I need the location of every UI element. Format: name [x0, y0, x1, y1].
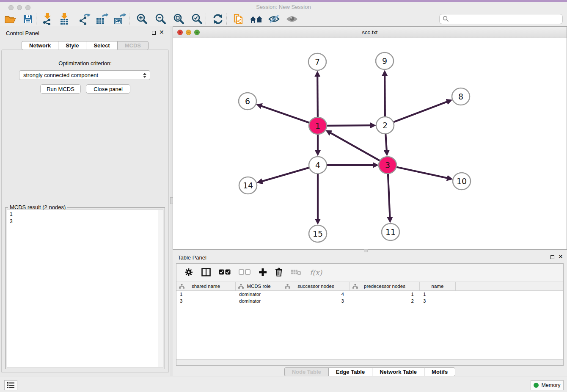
tab-network-table[interactable]: Network Table	[372, 367, 424, 376]
application-window: Session: New Session	[0, 0, 567, 392]
tab-network[interactable]: Network	[22, 41, 58, 50]
add-column-icon[interactable]	[259, 268, 267, 278]
column-header-MCDS-role[interactable]: MCDS role	[236, 282, 282, 290]
cell-predecessor-nodes[interactable]: 2	[350, 298, 420, 304]
table-settings-icon[interactable]	[184, 268, 193, 278]
cell-shared-name[interactable]: 3	[176, 298, 236, 304]
node-2[interactable]: 2	[376, 117, 394, 134]
toolbar-separator	[36, 14, 36, 25]
table-row[interactable]: 3dominator323	[176, 298, 563, 304]
deselect-all-icon[interactable]	[239, 269, 250, 276]
cell-name[interactable]: 1	[420, 291, 456, 298]
export-image-icon[interactable]	[113, 13, 126, 25]
column-header-shared-name[interactable]: shared name	[176, 282, 236, 290]
run-mcds-button[interactable]: Run MCDS	[40, 84, 81, 94]
table-hscrollbar[interactable]	[176, 359, 563, 365]
network-graph[interactable]: 7968124314101511	[173, 38, 567, 249]
export-network-icon[interactable]	[79, 13, 91, 25]
tab-mcds[interactable]: MCDS	[117, 41, 149, 50]
result-scrollbar[interactable]	[158, 210, 163, 367]
table-row[interactable]: 1dominator411	[176, 291, 563, 298]
cell-successor-nodes[interactable]: 4	[282, 291, 350, 298]
column-header-successor-nodes[interactable]: successor nodes	[282, 282, 350, 290]
node-4[interactable]: 4	[309, 157, 327, 174]
cell-MCDS-role[interactable]: dominator	[236, 298, 282, 304]
node-10[interactable]: 10	[453, 173, 471, 190]
node-11[interactable]: 11	[382, 224, 399, 240]
edge-3-11[interactable]	[388, 174, 390, 218]
toolbar-separator	[206, 14, 206, 25]
search-icon	[443, 16, 449, 22]
network-window-titlebar[interactable]: ✕ − + scc.txt	[173, 27, 567, 38]
zoom-fit-icon[interactable]	[173, 13, 184, 25]
select-all-icon[interactable]	[219, 269, 231, 276]
node-9[interactable]: 9	[376, 52, 394, 69]
tab-node-table[interactable]: Node Table	[284, 367, 328, 376]
horizontal-splitter-grip[interactable]	[364, 249, 368, 252]
zoom-selected-icon[interactable]	[191, 13, 203, 25]
edge-2-8[interactable]	[394, 102, 448, 122]
mcds-result-text[interactable]: 13	[7, 210, 163, 367]
criterion-value: strongly connected component	[23, 72, 98, 78]
edge-4-14[interactable]	[262, 168, 309, 182]
copy-view-icon[interactable]	[233, 13, 244, 25]
network-window-title: scc.txt	[173, 29, 567, 36]
cell-shared-name[interactable]: 1	[176, 291, 236, 298]
first-neighbors-icon[interactable]	[249, 13, 263, 25]
edge-1-7[interactable]	[317, 76, 318, 117]
delete-column-icon[interactable]	[275, 268, 283, 278]
refresh-icon[interactable]	[212, 13, 223, 25]
tab-motifs[interactable]: Motifs	[424, 367, 455, 376]
table-header-row: shared nameMCDS rolesuccessor nodesprede…	[176, 282, 563, 291]
main-toolbar	[0, 12, 567, 26]
node-6[interactable]: 6	[239, 93, 256, 110]
column-header-name[interactable]: name	[420, 282, 456, 290]
delete-table-icon[interactable]	[291, 269, 302, 277]
function-builder-icon[interactable]: f(x)	[310, 268, 322, 277]
edge-1-2[interactable]	[327, 125, 371, 126]
column-group-icon	[285, 284, 290, 290]
close-panel-button[interactable]: Close panel	[86, 84, 130, 94]
node-8[interactable]: 8	[452, 88, 470, 105]
column-header-predecessor-nodes[interactable]: predecessor nodes	[350, 282, 420, 290]
split-view-icon[interactable]	[201, 268, 211, 278]
table-panel-close-icon[interactable]: ✕	[558, 253, 563, 260]
export-table-icon[interactable]	[96, 13, 108, 25]
task-history-button[interactable]	[4, 380, 17, 390]
node-14[interactable]: 14	[239, 177, 257, 194]
table-panel-title: Table Panel	[178, 254, 206, 261]
zoom-in-icon[interactable]	[136, 13, 148, 25]
table-panel-float-icon[interactable]	[550, 255, 554, 259]
criterion-select[interactable]: strongly connected component	[19, 70, 150, 80]
edge-2-9[interactable]	[385, 75, 385, 116]
zoom-out-icon[interactable]	[154, 13, 166, 25]
tab-select[interactable]: Select	[86, 41, 117, 50]
edge-2-3[interactable]	[385, 134, 386, 151]
node-1[interactable]: 1	[309, 117, 327, 134]
cell-predecessor-nodes[interactable]: 1	[350, 291, 420, 298]
edge-1-6[interactable]	[261, 106, 309, 123]
control-panel-close-icon[interactable]: ✕	[159, 29, 164, 36]
control-panel-float-icon[interactable]	[152, 31, 156, 35]
node-15[interactable]: 15	[309, 225, 327, 242]
tab-style[interactable]: Style	[58, 41, 86, 50]
cell-MCDS-role[interactable]: dominator	[236, 291, 282, 298]
save-session-icon[interactable]	[23, 13, 33, 25]
memory-button[interactable]: Memory	[531, 380, 564, 390]
window-titlebar: Session: New Session	[0, 2, 567, 12]
table-panel-tabs: Node TableEdge TableNetwork TableMotifs	[173, 367, 567, 376]
import-table-icon[interactable]	[59, 13, 70, 25]
edge-3-1[interactable]	[330, 133, 380, 161]
hide-selected-icon[interactable]	[268, 13, 281, 25]
show-all-icon[interactable]	[286, 13, 298, 25]
import-network-icon[interactable]	[42, 13, 53, 25]
search-input[interactable]	[439, 14, 563, 24]
network-canvas[interactable]: 7968124314101511	[173, 38, 567, 249]
open-session-icon[interactable]	[4, 13, 16, 25]
edge-3-10[interactable]	[396, 167, 448, 178]
tab-edge-table[interactable]: Edge Table	[328, 367, 372, 376]
node-3[interactable]: 3	[379, 157, 396, 174]
cell-name[interactable]: 3	[420, 298, 456, 304]
cell-successor-nodes[interactable]: 3	[282, 298, 350, 304]
node-7[interactable]: 7	[308, 53, 326, 70]
